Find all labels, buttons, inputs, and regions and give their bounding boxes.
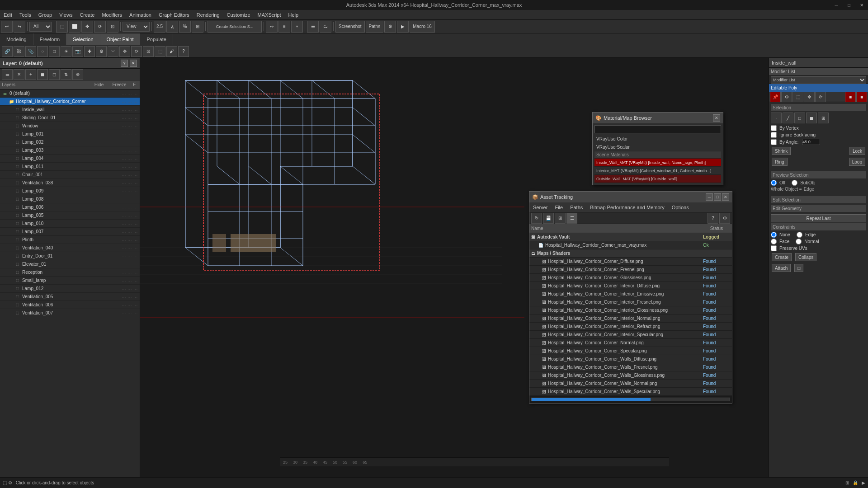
- screenshot-btn[interactable]: Screenshot: [335, 21, 365, 33]
- layer-item-lamp004[interactable]: ⬚Lamp_004... ... ...: [0, 155, 140, 163]
- at-map-10[interactable]: 🖼Hospital_Hallway_Corridor_Corner_Interi…: [529, 314, 732, 323]
- at-minimize-btn[interactable]: ─: [706, 193, 713, 201]
- menu-maxscript[interactable]: MAXScript: [254, 10, 285, 19]
- layer-item-window[interactable]: ⬚Window... ... ...: [0, 122, 140, 130]
- layers-new-btn[interactable]: ☰: [2, 69, 13, 80]
- layers-delete-btn[interactable]: ✕: [14, 69, 24, 80]
- repeat-last-button[interactable]: Repeat Last: [771, 214, 866, 222]
- layer-item-lamp007[interactable]: ⬚Lamp_007... ... ...: [0, 228, 140, 236]
- layer-item-lamp011[interactable]: ⬚Lamp_011... ... ...: [0, 163, 140, 171]
- layer-item-ventilation038[interactable]: ⬚Ventilation_038... ... ...: [0, 179, 140, 187]
- layers-add-btn[interactable]: +: [25, 69, 36, 80]
- rp-rotate-icon[interactable]: ⟳: [815, 92, 826, 103]
- at-map-14[interactable]: 🖼Hospital_Hallway_Corridor_Corner_Specul…: [529, 347, 732, 355]
- at-help-btn[interactable]: ?: [708, 213, 718, 224]
- layer-item-hospital[interactable]: 📁Hospital_Hallway_Corridor_Corner... ...…: [0, 98, 140, 106]
- at-menu-bitmap[interactable]: Bitmap Performance and Memory: [586, 202, 668, 212]
- macro-btn[interactable]: Macro 16: [410, 21, 435, 33]
- tab-object-paint[interactable]: Object Paint: [100, 33, 141, 45]
- scene-explorer[interactable]: 🗂: [320, 21, 331, 33]
- at-menu-options[interactable]: Options: [668, 202, 693, 212]
- layer-item-elevator01[interactable]: ⬚Elevator_01... ... ...: [0, 260, 140, 268]
- attach-button[interactable]: Attach: [772, 264, 791, 272]
- element-icon[interactable]: ⊞: [818, 113, 829, 123]
- at-group-2[interactable]: 🗂Maps / Shaders: [529, 249, 732, 258]
- select-filter-icon[interactable]: ⬚: [155, 46, 165, 57]
- at-grid-btn[interactable]: ⊞: [555, 213, 566, 224]
- rotate-button[interactable]: ⟳: [94, 21, 106, 33]
- snap-angle[interactable]: ∡: [166, 21, 178, 33]
- edge-icon[interactable]: ╱: [783, 113, 793, 123]
- attach-list-button[interactable]: □: [794, 264, 803, 272]
- snap-percent[interactable]: %: [179, 21, 191, 33]
- layers-invert[interactable]: ⇅: [61, 69, 71, 80]
- at-map-17[interactable]: 🖼Hospital_Hallway_Corridor_Corner_Walls_…: [529, 371, 732, 380]
- system-icon[interactable]: ⚙: [96, 46, 107, 57]
- menu-create[interactable]: Create: [76, 10, 98, 19]
- layer-item-lamp005[interactable]: ⬚Lamp_005... ... ...: [0, 211, 140, 220]
- at-map-8[interactable]: 🖼Hospital_Hallway_Corridor_Corner_Interi…: [529, 298, 732, 306]
- rotate-icon[interactable]: ⟳: [131, 46, 142, 57]
- layer-item-lamp003[interactable]: ⬚Lamp_003... ... ...: [0, 146, 140, 155]
- layers-expand[interactable]: ⊕: [72, 69, 83, 80]
- snap-toggle[interactable]: 2.5: [154, 21, 165, 33]
- modifier-dropdown[interactable]: Modifier List: [771, 76, 866, 84]
- at-menu-server[interactable]: Server: [529, 202, 551, 212]
- tab-populate[interactable]: Populate: [140, 33, 173, 45]
- at-map-7[interactable]: 🖼Hospital_Hallway_Corridor_Corner_Interi…: [529, 290, 732, 298]
- layer-item-small-lamp[interactable]: ⬚Small_lamp... ... ...: [0, 277, 140, 285]
- rp-select-icon[interactable]: ⬚: [793, 92, 803, 103]
- layer-item-lamp002[interactable]: ⬚Lamp_002... ... ...: [0, 138, 140, 146]
- menu-animation[interactable]: Animation: [126, 10, 155, 19]
- at-map-12[interactable]: 🖼Hospital_Hallway_Corridor_Corner_Interi…: [529, 331, 732, 339]
- layer-item-lamp009[interactable]: ⬚Lamp_009... ... ...: [0, 187, 140, 195]
- at-map-6[interactable]: 🖼Hospital_Hallway_Corridor_Corner_Interi…: [529, 282, 732, 290]
- constraint-none-radio[interactable]: [771, 232, 777, 238]
- preserve-uvs-checkbox[interactable]: [771, 245, 777, 251]
- maximize-button[interactable]: □: [843, 0, 855, 10]
- geometry-icon[interactable]: ○: [37, 46, 48, 57]
- layer-item-entry-door[interactable]: ⬚Entry_Door_01... ... ...: [0, 252, 140, 260]
- polygon-icon[interactable]: ◼: [806, 113, 817, 123]
- at-refresh-btn[interactable]: ↻: [531, 213, 542, 224]
- menu-help[interactable]: Help: [285, 10, 302, 19]
- undo-button[interactable]: ↩: [1, 21, 13, 33]
- paths-btn[interactable]: Paths: [366, 21, 384, 33]
- menu-edit[interactable]: Edit: [0, 10, 16, 19]
- spline-icon[interactable]: 〰: [108, 46, 118, 57]
- render-frame[interactable]: ▶: [397, 21, 409, 33]
- menu-customize[interactable]: Customize: [223, 10, 254, 19]
- at-map-4[interactable]: 🖼Hospital_Hallway_Corridor_Corner_Fresne…: [529, 266, 732, 274]
- menu-tools[interactable]: Tools: [16, 10, 35, 19]
- at-map-19[interactable]: 🖼Hospital_Hallway_Corridor_Corner_Walls_…: [529, 388, 732, 396]
- at-group-0[interactable]: 🏛Autodesk VaultLogged: [529, 233, 732, 241]
- layer-mgr[interactable]: ☰: [307, 21, 319, 33]
- layer-item-ventilation040[interactable]: ⬚Ventilation_040... ... ...: [0, 244, 140, 252]
- at-map-18[interactable]: 🖼Hospital_Hallway_Corridor_Corner_Walls_…: [529, 380, 732, 388]
- rp-red-btn-2[interactable]: ■: [856, 92, 867, 103]
- layer-item-sliding-door[interactable]: ⬚Sliding_Door_01... ... ...: [0, 114, 140, 122]
- scale-button[interactable]: ⊡: [107, 21, 118, 33]
- at-map-13[interactable]: 🖼Hospital_Hallway_Corridor_Corner_Normal…: [529, 339, 732, 347]
- mat-vrayusercolor[interactable]: VRayUserColor: [594, 135, 721, 143]
- tab-modeling[interactable]: Modeling: [0, 33, 33, 45]
- vertex-icon[interactable]: ·: [771, 113, 782, 123]
- layer-item-chair001[interactable]: ⬚Chair_001... ... ...: [0, 171, 140, 179]
- at-map-16[interactable]: 🖼Hospital_Hallway_Corridor_Corner_Walls_…: [529, 363, 732, 371]
- rp-pin-icon[interactable]: 📌: [770, 92, 781, 103]
- at-list-btn[interactable]: ☰: [566, 213, 577, 224]
- filter-dropdown[interactable]: All: [29, 22, 52, 32]
- tab-freeform[interactable]: Freeform: [33, 33, 67, 45]
- select-button[interactable]: ⬚: [56, 21, 68, 33]
- rp-settings-icon[interactable]: ⚙: [781, 92, 792, 103]
- create-button[interactable]: Create: [772, 253, 792, 261]
- scale-icon[interactable]: ⊡: [143, 46, 154, 57]
- at-save-btn[interactable]: 💾: [543, 213, 554, 224]
- preview-off-radio[interactable]: [771, 180, 777, 186]
- ring-button[interactable]: Ring: [772, 158, 788, 166]
- layer-item-ventilation007[interactable]: ⬚Ventilation_007... ... ...: [0, 309, 140, 317]
- light-icon[interactable]: ☀: [61, 46, 71, 57]
- move-icon[interactable]: ✥: [119, 46, 130, 57]
- layer-item-lamp001[interactable]: ⬚Lamp_001... ... ...: [0, 130, 140, 138]
- tab-selection[interactable]: Selection: [66, 33, 100, 45]
